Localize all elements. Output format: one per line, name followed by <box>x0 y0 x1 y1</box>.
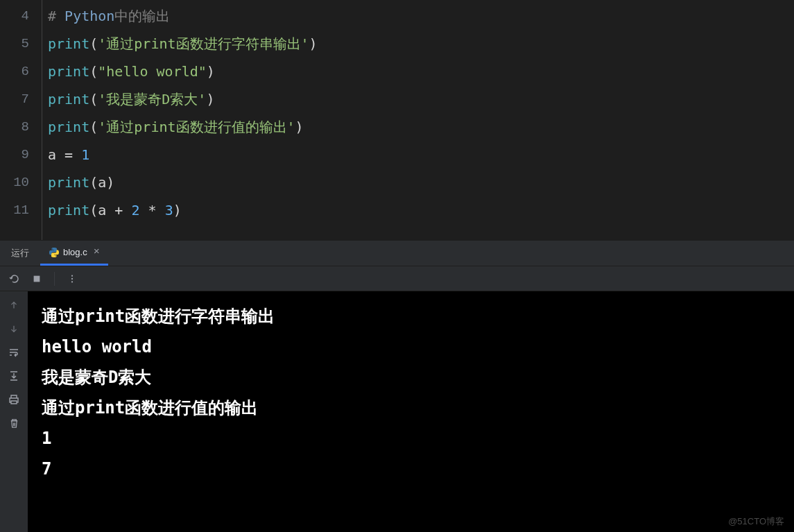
run-tab-name: blog.c <box>63 247 87 257</box>
line-number: 9 <box>0 141 29 169</box>
watermark: @51CTO博客 <box>728 515 784 528</box>
output-line: 7 <box>42 454 780 484</box>
rerun-icon[interactable] <box>8 273 21 285</box>
trash-icon[interactable] <box>7 416 21 430</box>
code-line[interactable]: print('我是蒙奇D索大') <box>48 85 794 113</box>
stop-icon[interactable] <box>31 273 43 285</box>
code-line[interactable]: print('通过print函数进行字符串输出') <box>48 30 794 58</box>
line-number: 11 <box>0 196 29 224</box>
output-content[interactable]: 通过print函数进行字符串输出 hello world 我是蒙奇D索大 通过p… <box>28 291 794 532</box>
run-panel-header: 运行 blog.c × <box>0 240 794 266</box>
python-icon <box>49 247 60 258</box>
output-line: 通过print函数进行字符串输出 <box>42 301 780 332</box>
line-number-gutter: 4 5 6 7 8 9 10 11 <box>0 0 42 240</box>
down-arrow-icon[interactable] <box>7 322 21 336</box>
svg-point-1 <box>71 275 73 276</box>
run-tab[interactable]: blog.c × <box>40 241 108 266</box>
code-line[interactable]: print('通过print函数进行值的输出') <box>48 113 794 141</box>
line-number: 8 <box>0 113 29 141</box>
line-number: 7 <box>0 85 29 113</box>
more-icon[interactable] <box>66 273 78 285</box>
output-line: hello world <box>42 332 780 362</box>
line-number: 4 <box>0 2 29 30</box>
code-line[interactable]: # Python中的输出 <box>48 2 794 30</box>
toolbar-separator <box>54 272 55 286</box>
svg-rect-0 <box>34 275 40 282</box>
scroll-to-end-icon[interactable] <box>7 369 21 383</box>
svg-point-3 <box>71 281 73 282</box>
run-toolbar <box>0 266 794 291</box>
soft-wrap-icon[interactable] <box>7 345 21 359</box>
output-line: 我是蒙奇D索大 <box>42 362 780 393</box>
run-panel-label: 运行 <box>0 247 40 259</box>
code-editor[interactable]: 4 5 6 7 8 9 10 11 # Python中的输出 print('通过… <box>0 0 794 240</box>
output-panel: 通过print函数进行字符串输出 hello world 我是蒙奇D索大 通过p… <box>0 291 794 532</box>
line-number: 5 <box>0 30 29 58</box>
print-icon[interactable] <box>7 393 21 406</box>
line-number: 10 <box>0 169 29 196</box>
output-line: 通过print函数进行值的输出 <box>42 393 780 423</box>
code-line[interactable]: print(a + 2 * 3) <box>48 196 794 224</box>
code-line[interactable]: a = 1 <box>48 141 794 169</box>
code-line[interactable]: print("hello world") <box>48 58 794 85</box>
code-line[interactable]: print(a) <box>48 169 794 196</box>
output-line: 1 <box>42 423 780 454</box>
up-arrow-icon[interactable] <box>7 298 21 312</box>
code-content[interactable]: # Python中的输出 print('通过print函数进行字符串输出') p… <box>42 0 794 240</box>
svg-point-2 <box>71 277 73 279</box>
line-number: 6 <box>0 58 29 85</box>
close-icon[interactable]: × <box>94 246 100 258</box>
output-sidebar <box>0 291 28 532</box>
